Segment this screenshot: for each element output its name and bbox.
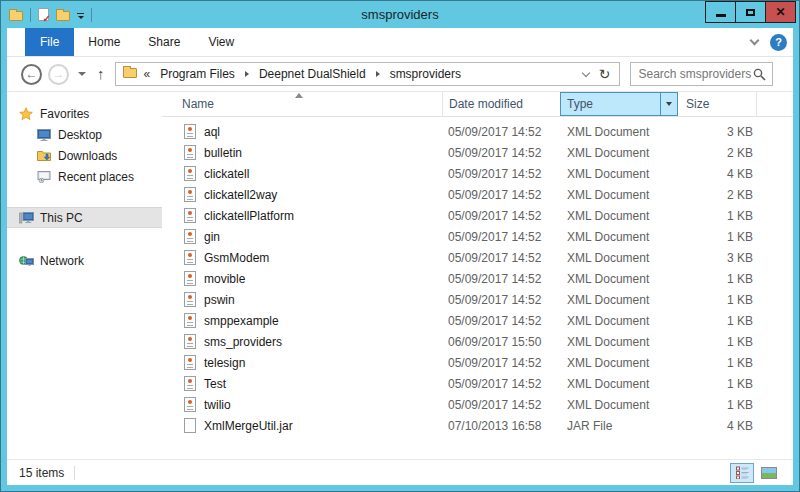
table-row[interactable]: sms_providers 06/09/2017 15:50 XML Docum… [162,331,793,352]
breadcrumb-separator-icon[interactable] [376,71,380,77]
file-size: 1 KB [678,314,756,328]
large-icons-view-button[interactable] [757,463,781,483]
sidebar-item-downloads[interactable]: Downloads [7,145,162,166]
window-title: smsproviders [1,7,799,22]
address-bar[interactable]: « Program Files Deepnet DualShield smspr… [115,62,620,86]
file-size: 1 KB [678,230,756,244]
file-date: 05/09/2017 14:52 [442,188,560,202]
close-icon: ✕ [775,6,785,18]
downloads-icon [36,149,52,162]
file-name: aql [204,125,220,139]
sidebar-item-recent-places[interactable]: Recent places [7,166,162,187]
table-row[interactable]: smppexample 05/09/2017 14:52 XML Documen… [162,310,793,331]
file-name: XmlMergeUtil.jar [204,419,293,433]
table-row[interactable]: clickatell 05/09/2017 14:52 XML Document… [162,163,793,184]
explorer-window: smsproviders ✕ File Home Share View ? ← … [0,0,800,492]
help-button[interactable]: ? [770,34,787,51]
network-icon [18,255,34,267]
sidebar-item-this-pc[interactable]: This PC [7,207,162,228]
sidebar-item-label: Favorites [40,107,89,121]
minimize-button[interactable] [705,1,736,23]
refresh-icon[interactable]: ↻ [599,66,611,82]
column-header-date-modified[interactable]: Date modified [442,92,560,116]
tab-home[interactable]: Home [74,28,134,56]
status-bar: 15 items [7,459,793,485]
table-row[interactable]: aql 05/09/2017 14:52 XML Document 3 KB [162,121,793,142]
file-date: 05/09/2017 14:52 [442,251,560,265]
table-row[interactable]: GsmModem 05/09/2017 14:52 XML Document 3… [162,247,793,268]
file-name: gin [204,230,220,244]
file-name: smppexample [204,314,279,328]
column-header-size[interactable]: Size [678,92,756,116]
expand-ribbon-chevron-icon[interactable] [750,36,760,46]
table-row[interactable]: bulletin 05/09/2017 14:52 XML Document 2… [162,142,793,163]
file-name: telesign [204,356,245,370]
file-name: sms_providers [204,335,282,349]
file-name: twilio [204,398,231,412]
xml-document-icon [184,334,196,349]
up-button[interactable]: ↑ [97,65,105,82]
file-type: XML Document [560,251,678,265]
xml-document-icon [184,271,196,286]
maximize-button[interactable] [735,1,766,23]
file-date: 05/09/2017 14:52 [442,230,560,244]
file-type: XML Document [560,167,678,181]
navigation-pane: Favorites Desktop Downloads [7,92,162,459]
file-name: movible [204,272,245,286]
file-size: 1 KB [678,398,756,412]
column-headers: Name Date modified Type Size [162,92,793,117]
details-view-button[interactable] [730,463,754,483]
sidebar-item-label: This PC [40,211,83,225]
file-type: XML Document [560,230,678,244]
properties-check-icon[interactable] [38,8,49,21]
tab-share[interactable]: Share [134,28,194,56]
file-size: 2 KB [678,146,756,160]
breadcrumb-segment[interactable]: Deepnet DualShield [257,67,368,81]
customize-toolbar-icon[interactable] [77,13,84,19]
search-input[interactable] [631,67,753,81]
xml-document-icon [184,166,196,181]
table-row[interactable]: clickatell2way 05/09/2017 14:52 XML Docu… [162,184,793,205]
folder-window-icon [9,11,23,21]
breadcrumb-separator-icon[interactable] [245,71,249,77]
table-row[interactable]: pswin 05/09/2017 14:52 XML Document 1 KB [162,289,793,310]
folder-icon[interactable] [56,11,70,21]
sidebar-item-desktop[interactable]: Desktop [7,124,162,145]
column-header-type[interactable]: Type [560,92,678,116]
address-dropdown-chevron-icon[interactable] [582,69,590,77]
table-row[interactable]: Test 05/09/2017 14:52 XML Document 1 KB [162,373,793,394]
sidebar-item-favorites[interactable]: Favorites [7,103,162,124]
tab-file[interactable]: File [25,28,74,56]
sidebar-item-label: Desktop [58,128,102,142]
breadcrumb-segment[interactable]: smsproviders [388,67,463,81]
items-count: 15 items [19,466,64,480]
back-button[interactable]: ← [21,64,42,85]
maximize-icon [746,9,755,16]
file-date: 05/09/2017 14:52 [442,146,560,160]
minimize-icon [716,14,726,17]
xml-document-icon [184,208,196,223]
table-row[interactable]: gin 05/09/2017 14:52 XML Document 1 KB [162,226,793,247]
tab-view[interactable]: View [194,28,248,56]
file-type: XML Document [560,209,678,223]
forward-button[interactable]: → [48,64,69,85]
window-controls: ✕ [706,1,796,23]
breadcrumb-overflow[interactable]: « [144,67,151,81]
file-type: XML Document [560,146,678,160]
table-row[interactable]: movible 05/09/2017 14:52 XML Document 1 … [162,268,793,289]
xml-document-icon [184,313,196,328]
table-row[interactable]: clickatellPlatform 05/09/2017 14:52 XML … [162,205,793,226]
file-size: 4 KB [678,167,756,181]
close-button[interactable]: ✕ [765,1,796,23]
table-row[interactable]: telesign 05/09/2017 14:52 XML Document 1… [162,352,793,373]
recent-locations-chevron-icon[interactable] [78,72,86,76]
search-box [630,62,773,86]
table-row[interactable]: twilio 05/09/2017 14:52 XML Document 1 K… [162,394,793,415]
filter-dropdown-button[interactable] [660,93,677,115]
sidebar-item-network[interactable]: Network [7,250,162,271]
breadcrumb-segment[interactable]: Program Files [158,67,237,81]
file-date: 05/09/2017 14:52 [442,209,560,223]
table-row[interactable]: XmlMergeUtil.jar 07/10/2013 16:58 JAR Fi… [162,415,793,436]
file-size: 3 KB [678,251,756,265]
xml-document-icon [184,376,196,391]
